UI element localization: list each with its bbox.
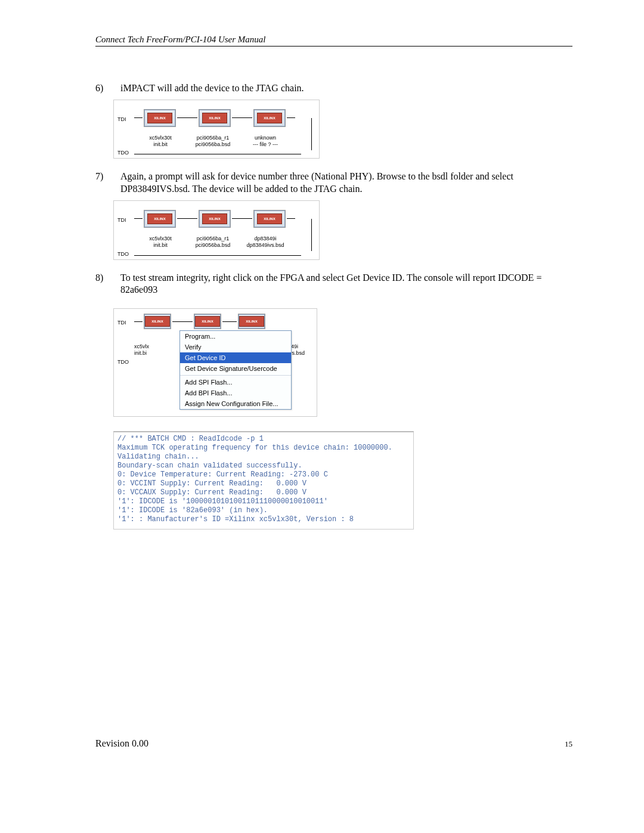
jtag-figure-2: TDI XILINX XILINX XILINX xc5vlx30tinit.b… [113,200,320,260]
page-number: 15 [565,739,572,749]
menu-item-add-spi-flash[interactable]: Add SPI Flash... [180,377,291,388]
device-label: pci9056ba_r1pci9056ba.bsd [187,135,239,148]
tdi-label: TDI [117,317,134,326]
step-number: 7) [95,171,120,196]
device-label: xc5vlxinit.bi [134,343,149,357]
menu-item-program[interactable]: Program... [180,331,291,342]
step-7: 7) Again, a prompt will ask for device n… [95,171,572,196]
step-number: 6) [95,82,120,95]
console-line: 0: VCCAUX Supply: Current Reading: 0.000… [117,488,410,497]
console-line: 0: Device Temperature: Current Reading: … [117,470,410,479]
step-text: To test stream integrity, right click on… [120,272,572,297]
menu-item-verify[interactable]: Verify [180,342,291,352]
menu-item-add-bpi-flash[interactable]: Add BPI Flash... [180,388,291,398]
chip-icon: XILINX [144,109,176,127]
console-line: '1': IDCODE is '82a6e093' (in hex). [117,506,410,515]
console-line: Validating chain... [117,453,410,462]
footer-revision: Revision 0.00 [95,738,148,749]
step-6: 6) iMPACT will add the device to the JTA… [95,82,572,95]
tdo-label: TDO [117,251,312,257]
tdi-label: TDI [117,215,134,223]
jtag-figure-context-menu: TDI XILINX XILINX XILINX xc5vlxinit.bi T… [113,308,317,417]
chip-icon[interactable]: XILINX [144,314,171,329]
console-line: '1': IDCODE is '100000101010011011100000… [117,497,410,506]
page-header: Connect Tech FreeForm/PCI-104 User Manua… [95,35,572,47]
chip-icon: XILINX [238,314,265,329]
jtag-figure-1: TDI XILINX XILINX XILINX xc5vlx30tinit.b… [113,100,320,159]
tdo-label: TDO [117,150,312,156]
step-text: Again, a prompt will ask for device numb… [120,171,572,196]
console-line: '1': : Manufacturer's ID =Xilinx xc5vlx3… [117,515,410,524]
context-menu: Program... Verify Get Device ID Get Devi… [179,330,292,410]
menu-item-get-device-id[interactable]: Get Device ID [180,352,291,363]
device-label: dp83849idp83849ivs.bsd [239,236,292,249]
chip-icon: XILINX [253,210,286,228]
device-label: unknown--- file ? --- [239,135,292,148]
device-label: xc5vlx30tinit.bit [134,236,187,249]
chip-icon: XILINX [199,210,231,228]
device-label: pci9056ba_r1pci9056ba.bsd [187,236,239,249]
chip-icon: XILINX [199,109,231,127]
menu-item-assign-config-file[interactable]: Assign New Configuration File... [180,398,291,409]
tdo-label: TDO [117,359,129,365]
step-8: 8) To test stream integrity, right click… [95,272,572,297]
tdi-label: TDI [117,114,134,122]
step-number: 8) [95,272,120,297]
chip-icon: XILINX [253,109,286,127]
page: Connect Tech FreeForm/PCI-104 User Manua… [0,0,644,775]
step-text: iMPACT will add the device to the JTAG c… [120,82,572,95]
device-label: xc5vlx30tinit.bit [134,135,187,148]
chip-icon: XILINX [194,314,221,329]
console-output: // *** BATCH CMD : ReadIdcode -p 1 Maxim… [113,431,414,529]
console-line: 0: VCCINT Supply: Current Reading: 0.000… [117,479,410,488]
chip-icon: XILINX [144,210,176,228]
menu-item-get-signature[interactable]: Get Device Signature/Usercode [180,363,291,374]
console-line: Boundary-scan chain validated successful… [117,462,410,470]
console-line: Maximum TCK operating frequency for this… [117,444,410,453]
console-line: // *** BATCH CMD : ReadIdcode -p 1 [117,435,410,444]
